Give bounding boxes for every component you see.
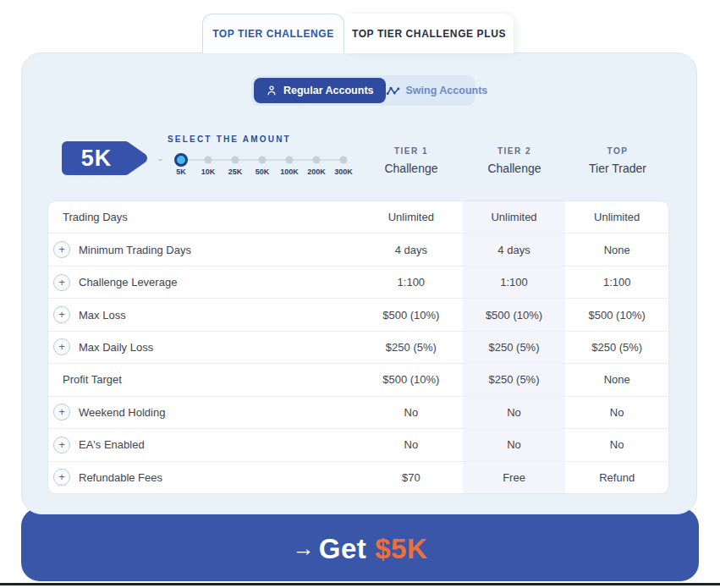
tier2-value-cell: 4 days [463,234,566,265]
row-label-cell: Profit Target [48,364,360,395]
expand-plus-icon[interactable]: + [53,404,70,420]
table-row: + Refundable Fees $70 Free Refund [48,462,668,493]
top-tier-value-cell: None [565,364,668,395]
top-tier-value-cell: No [565,397,668,428]
slider-dot-icon [286,157,294,164]
top-tier-value-cell: Refund [565,462,668,493]
tier1-value-cell: No [360,429,463,460]
row-label-cell: + Challenge Leverage [48,267,360,298]
row-label: Trading Days [63,211,128,223]
plan-name-label: Tier Trader [566,162,669,175]
plan-name-label: Challenge [360,162,463,175]
top-tier-value-cell: None [565,234,668,265]
tier1-value-cell: $70 [360,462,463,493]
row-label-cell: + Max Daily Loss [48,332,360,363]
account-type-toggle: Regular Accounts Swing Accounts [251,75,475,106]
tier1-value-cell: Unlimited [360,201,463,233]
tier2-value-cell: No [463,397,566,428]
table-row: Trading Days Unlimited Unlimited Unlimit… [48,201,668,234]
challenge-card: Regular Accounts Swing Accounts [21,52,697,514]
row-label: EA's Enabled [79,438,145,451]
comparison-table: Trading Days Unlimited Unlimited Unlimit… [47,201,669,494]
select-amount-label: SELECT THE AMOUNT [168,135,291,144]
row-label-cell: + Refundable Fees [48,462,360,493]
expand-plus-icon[interactable]: + [53,241,70,258]
amount-slider: 5K 10K 25K 50K 100K 200K 300K [168,152,371,179]
row-label-cell: + EA's Enabled [48,429,360,460]
row-label: Minimum Trading Days [79,244,191,256]
tier2-value-cell: Unlimited [463,201,566,233]
expand-plus-icon[interactable]: + [53,274,70,291]
expand-plus-icon[interactable]: + [53,469,70,486]
slider-dot-icon [174,153,188,167]
table-row: + Max Daily Loss $250 (5%) $250 (5%) $25… [48,332,668,364]
tier2-value-cell: $250 (5%) [463,364,566,395]
row-label: Max Loss [79,309,126,321]
tier2-value-cell: 1:100 [463,267,566,298]
row-label-cell: Trading Days [48,201,360,233]
row-label: Profit Target [63,373,122,386]
table-row: + EA's Enabled No No No [48,429,668,461]
pricing-page: TOP TIER CHALLENGE TOP TIER CHALLENGE PL… [0,0,720,588]
row-label-cell: + Max Loss [48,299,360,330]
tier1-value-cell: $500 (10%) [360,364,463,395]
person-icon [266,85,278,96]
right-arrow-icon: → [293,536,315,562]
row-label: Weekend Holding [79,406,165,419]
slider-dot-icon [313,157,321,164]
plan-column-header: TOP Tier Trader [566,146,669,175]
get-amount-cta-button[interactable]: → Get $5K [21,508,699,581]
expand-plus-icon[interactable]: + [53,338,70,355]
slider-dot-icon [340,157,348,164]
plan-name-label: Challenge [463,162,566,175]
amount-option-label: 300K [327,168,360,176]
row-label-cell: + Minimum Trading Days [48,234,360,265]
top-tier-value-cell: $500 (10%) [565,299,668,330]
row-label: Refundable Fees [79,471,162,484]
tab-top-tier-challenge[interactable]: TOP TIER CHALLENGE [202,14,344,53]
toggle-swing-label: Swing Accounts [406,85,488,96]
expand-plus-icon[interactable]: + [53,306,70,323]
table-row: Profit Target $500 (10%) $250 (5%) None [48,364,668,396]
tier1-value-cell: $250 (5%) [360,332,463,363]
plan-column-header: TIER 2 Challenge [463,146,566,175]
page-bottom-divider [0,583,720,585]
cta-action-text: Get [319,533,367,565]
table-row: + Weekend Holding No No No [48,397,668,429]
toggle-regular-label: Regular Accounts [283,85,374,96]
selected-amount-badge: 5K [60,140,150,176]
plan-tier-label: TIER 2 [463,146,566,156]
slider-dot-icon [259,157,267,164]
cta-label: → Get $5K [293,533,428,565]
plan-column-headers: TIER 1 Challenge TIER 2 Challenge TOP Ti… [360,146,669,175]
top-tier-value-cell: $250 (5%) [565,332,668,363]
expand-plus-icon[interactable]: + [53,437,70,453]
slider-dot-icon [205,157,212,164]
tab-top-tier-challenge-plus[interactable]: TOP TIER CHALLENGE PLUS [344,14,514,53]
top-tier-value-cell: Unlimited [565,201,668,233]
toggle-regular-accounts[interactable]: Regular Accounts [254,78,386,103]
tier1-value-cell: No [360,397,463,428]
tier2-value-cell: $250 (5%) [463,332,566,363]
cta-amount-text: $5K [375,533,427,565]
tier1-value-cell: $500 (10%) [360,299,463,330]
chart-line-icon [386,85,400,96]
slider-end-dash [158,159,162,161]
table-row: + Max Loss $500 (10%) $500 (10%) $500 (1… [48,299,668,331]
row-label: Max Daily Loss [79,341,153,354]
row-label: Challenge Leverage [79,276,177,289]
table-row: + Minimum Trading Days 4 days 4 days Non… [48,234,668,266]
tier2-value-cell: Free [463,462,566,493]
row-label-cell: + Weekend Holding [48,397,360,428]
tier2-value-cell: No [463,429,566,460]
tier1-value-cell: 1:100 [360,267,463,298]
plan-tier-label: TOP [566,146,669,156]
plan-tier-label: TIER 1 [360,146,463,156]
amount-option[interactable]: 300K [327,152,360,179]
toggle-swing-accounts[interactable]: Swing Accounts [386,85,488,96]
top-tier-value-cell: No [565,429,668,460]
top-tier-value-cell: 1:100 [565,267,668,298]
slider-dot-icon [232,157,239,164]
amount-badge-label: 5K [60,140,133,176]
plan-column-header: TIER 1 Challenge [360,146,463,175]
